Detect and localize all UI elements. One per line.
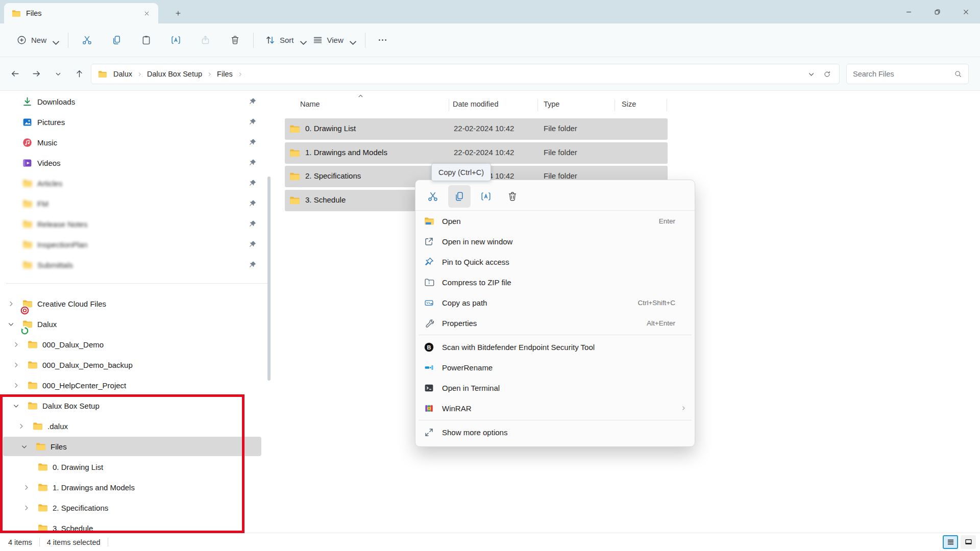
tree-chevron-icon[interactable] — [20, 442, 33, 450]
address-dropdown-icon[interactable] — [807, 70, 815, 78]
menu-item-properties[interactable]: Properties Alt+Enter — [415, 313, 695, 333]
details-view-button[interactable] — [943, 535, 958, 549]
sort-button[interactable]: Sort — [261, 30, 308, 51]
address-bar[interactable]: DaluxDalux Box SetupFiles — [91, 64, 840, 84]
tree-item-3-schedule[interactable]: 3. Schedule — [0, 518, 276, 533]
column-header-size[interactable]: Size — [622, 100, 636, 108]
cut-quick-button[interactable] — [422, 185, 444, 208]
tree-chevron-icon[interactable] — [22, 524, 35, 532]
tree-chevron-icon[interactable] — [7, 261, 19, 269]
column-header-date-modified[interactable]: Date modified — [453, 100, 498, 108]
tree-item-2-specifications[interactable]: 2. Specifications — [0, 498, 276, 517]
view-button[interactable]: View — [308, 30, 358, 51]
sidebar-item-inspectionplan[interactable]: InspectionPlan — [0, 235, 276, 254]
sidebar-item-fm[interactable]: FM — [0, 194, 276, 213]
tree-item--dalux[interactable]: .dalux — [0, 416, 276, 436]
back-button[interactable] — [5, 64, 24, 83]
tree-chevron-icon[interactable] — [12, 381, 24, 389]
breadcrumb-segment[interactable]: Dalux Box Setup — [143, 67, 206, 81]
tree-item-000-dalux-demo[interactable]: 000_Dalux_Demo — [0, 335, 276, 354]
tree-chevron-icon[interactable] — [7, 320, 19, 328]
delete-quick-button[interactable] — [501, 185, 524, 208]
tree-item-000-dalux-demo-backup[interactable]: 000_Dalux_Demo_backup — [0, 355, 276, 374]
menu-item-scan-with-bitdefender-endpoint-security-[interactable]: B Scan with Bitdefender Endpoint Securit… — [415, 337, 695, 357]
tree-chevron-icon[interactable] — [7, 138, 19, 146]
explorer-tab[interactable]: Files — [4, 3, 158, 23]
search-input[interactable]: Search Files — [846, 64, 969, 84]
tree-item-1-drawings-and-models[interactable]: 1. Drawings and Models — [0, 478, 276, 497]
column-header-type[interactable]: Type — [544, 100, 559, 108]
menu-item-compress-to-zip-file[interactable]: Compress to ZIP file — [415, 272, 695, 292]
tree-chevron-icon[interactable] — [17, 422, 30, 430]
sidebar-item-music[interactable]: Music — [0, 133, 276, 152]
share-button[interactable] — [194, 30, 216, 51]
more-options-button[interactable] — [373, 30, 393, 51]
refresh-icon[interactable] — [823, 70, 831, 78]
tree-item-dalux-box-setup[interactable]: Dalux Box Setup — [0, 396, 276, 415]
tree-chevron-icon[interactable] — [7, 240, 19, 248]
column-divider[interactable] — [667, 99, 667, 111]
copy-quick-button[interactable] — [448, 185, 471, 208]
delete-button[interactable] — [224, 30, 246, 51]
menu-item-pin-to-quick-access[interactable]: Pin to Quick access — [415, 252, 695, 272]
menu-item-open-in-terminal[interactable]: Open in Terminal — [415, 378, 695, 398]
column-divider[interactable] — [615, 99, 615, 111]
tree-chevron-icon[interactable] — [12, 361, 24, 369]
tree-chevron-icon[interactable] — [12, 402, 24, 410]
recent-locations-button[interactable] — [48, 64, 67, 83]
tree-chevron-icon[interactable] — [22, 504, 35, 512]
sidebar-scrollbar[interactable] — [267, 177, 271, 381]
file-row[interactable]: 0. Drawing List 22-02-2024 10:42 File fo… — [285, 118, 668, 140]
tree-item-dalux[interactable]: Dalux — [0, 314, 276, 334]
tree-chevron-icon[interactable] — [7, 118, 19, 126]
restore-button[interactable] — [923, 0, 951, 23]
rename-button[interactable] — [164, 30, 187, 51]
folder-icon — [37, 462, 48, 472]
tab-close-icon[interactable] — [140, 7, 153, 20]
up-button[interactable] — [69, 64, 89, 83]
rename-quick-button[interactable] — [475, 185, 497, 208]
tree-chevron-icon[interactable] — [7, 159, 19, 167]
sidebar-item-pictures[interactable]: Pictures — [0, 112, 276, 132]
tree-chevron-icon[interactable] — [12, 340, 24, 348]
tree-chevron-icon[interactable] — [7, 179, 19, 187]
menu-item-powerrename[interactable]: PowerRename — [415, 357, 695, 378]
sidebar-item-release-notes[interactable]: Release Notes — [0, 214, 276, 234]
menu-item-open-in-new-window[interactable]: Open in new window — [415, 231, 695, 252]
menu-item-copy-as-path[interactable]: Copy as path Ctrl+Shift+C — [415, 292, 695, 313]
tree-chevron-icon[interactable] — [22, 483, 35, 491]
menu-item-winrar[interactable]: WinRAR — [415, 398, 695, 418]
minimize-button[interactable] — [894, 0, 923, 23]
menu-item-open[interactable]: Open Enter — [415, 211, 695, 231]
menu-item-label: Open in Terminal — [442, 384, 669, 392]
file-row[interactable]: 1. Drawings and Models 22-02-2024 10:42 … — [285, 142, 668, 164]
breadcrumb-segment[interactable]: Files — [213, 67, 237, 81]
tree-chevron-icon[interactable] — [7, 299, 19, 308]
tree-item-creative-cloud-files[interactable]: Creative Cloud Files — [0, 294, 276, 313]
copy-button[interactable] — [105, 30, 128, 51]
paste-button[interactable] — [135, 30, 157, 51]
new-tab-button[interactable] — [172, 7, 185, 20]
menu-item-show-more-options[interactable]: Show more options — [415, 422, 695, 442]
large-icons-view-button[interactable] — [961, 535, 976, 549]
tree-item-0-drawing-list[interactable]: 0. Drawing List — [0, 457, 276, 477]
tree-chevron-icon[interactable] — [22, 463, 35, 471]
new-button[interactable]: New — [12, 30, 61, 51]
cut-button[interactable] — [76, 30, 98, 51]
forward-button[interactable] — [27, 64, 46, 83]
sidebar-item-label: 3. Schedule — [53, 524, 93, 533]
tree-chevron-icon[interactable] — [7, 97, 19, 106]
sidebar-item-videos[interactable]: Videos — [0, 153, 276, 172]
tree-item-000-helpcenter-project[interactable]: 000_HelpCenter_Project — [0, 375, 276, 395]
column-divider[interactable] — [537, 99, 538, 111]
tree-item-files[interactable]: Files — [3, 437, 261, 456]
sidebar-item-downloads[interactable]: Downloads — [0, 92, 276, 111]
tree-chevron-icon[interactable] — [7, 220, 19, 228]
breadcrumb-segment[interactable]: Dalux — [109, 67, 136, 81]
sidebar-item-submittals[interactable]: Submittals — [0, 255, 276, 274]
tree-chevron-icon[interactable] — [7, 199, 19, 208]
column-header-name[interactable]: Name — [300, 100, 320, 108]
column-divider[interactable] — [449, 99, 449, 111]
sidebar-item-articles[interactable]: Articles — [0, 173, 276, 193]
close-button[interactable] — [951, 0, 980, 23]
